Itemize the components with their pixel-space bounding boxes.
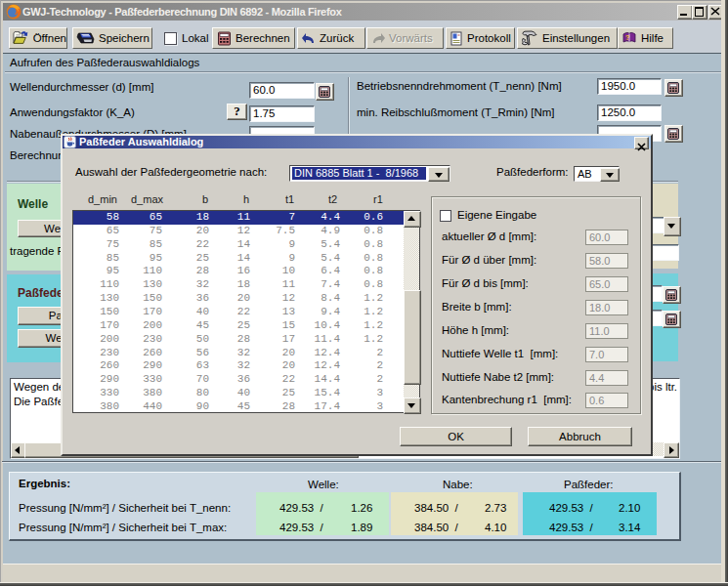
svg-text:?: ?	[625, 34, 629, 41]
